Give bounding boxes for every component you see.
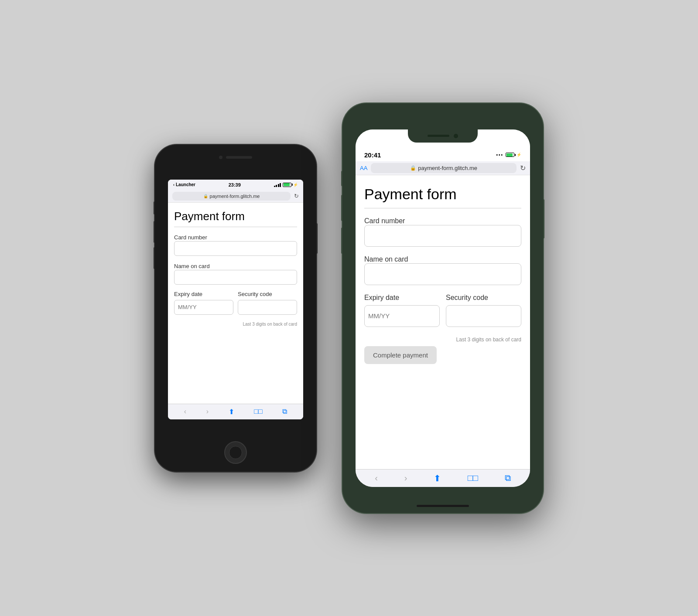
security-col-small: Security code Last 3 digits on back of c… — [238, 291, 297, 327]
volume-up-button-large — [341, 195, 342, 221]
name-input-large[interactable] — [364, 263, 521, 285]
title-divider-small — [174, 227, 297, 227]
tabs-button-small[interactable]: ⧉ — [282, 408, 287, 415]
iphone-small: ‹ Launcher 23:39 ⚡ 🔒 payme — [155, 145, 316, 472]
signal-icon — [274, 183, 281, 187]
name-input-small[interactable] — [174, 270, 297, 285]
url-text-large: payment-form.glitch.me — [418, 165, 477, 171]
back-chevron-icon: ‹ — [173, 183, 174, 187]
signal-bar-3 — [278, 184, 279, 187]
expiry-label-small: Expiry date — [174, 291, 233, 297]
screen-small: ‹ Launcher 23:39 ⚡ 🔒 payme — [168, 180, 303, 419]
camera-area — [219, 156, 252, 159]
security-input-small[interactable] — [238, 300, 297, 315]
url-text-small: payment-form.glitch.me — [210, 194, 260, 199]
power-button-large — [543, 199, 544, 238]
status-right-small: ⚡ — [274, 183, 298, 187]
security-label-large: Security code — [446, 294, 521, 302]
charge-icon-large: ⚡ — [517, 153, 521, 157]
battery-icon-small — [283, 183, 291, 187]
title-divider-large — [364, 208, 521, 208]
card-number-label-small: Card number — [174, 234, 207, 241]
complete-payment-button[interactable]: Complete payment — [364, 346, 437, 364]
security-col-large: Security code Last 3 digits on back of c… — [446, 294, 521, 343]
browser-bar-large: AA 🔒 payment-form.glitch.me ↻ — [356, 161, 530, 175]
home-indicator-large — [417, 505, 469, 507]
url-bar-small[interactable]: 🔒 payment-form.glitch.me — [172, 192, 291, 201]
back-button-large[interactable]: ‹ — [375, 473, 378, 483]
power-button — [316, 223, 318, 254]
iphone-large: 20:41 ••• ⚡ AA 🔒 payment-form.glitch.me … — [342, 103, 543, 513]
web-content-large: Payment form Card number Name on card Ex… — [356, 175, 530, 469]
refresh-button-small[interactable]: ↻ — [294, 193, 299, 199]
page-title-large: Payment form — [364, 186, 521, 203]
expiry-label-large: Expiry date — [364, 294, 440, 302]
bookmarks-button-large[interactable]: □□ — [468, 473, 478, 483]
screen-large: 20:41 ••• ⚡ AA 🔒 payment-form.glitch.me … — [356, 129, 530, 487]
lock-icon-small: 🔒 — [203, 194, 208, 198]
safari-toolbar-large: ‹ › ⬆ □□ ⧉ — [356, 469, 530, 487]
expiry-col-small: Expiry date — [174, 291, 233, 321]
home-button-small[interactable] — [224, 441, 247, 464]
lock-icon-large: 🔒 — [410, 165, 416, 171]
bookmarks-button-small[interactable]: □□ — [254, 408, 262, 415]
share-button-large[interactable]: ⬆ — [434, 473, 441, 483]
name-label-large: Name on card — [364, 255, 408, 263]
signal-dots-icon: ••• — [496, 153, 503, 157]
battery-icon-large — [506, 153, 514, 157]
bottom-row-large: Expiry date Security code Last 3 digits … — [364, 294, 521, 343]
browser-bar-small: 🔒 payment-form.glitch.me ↻ — [168, 190, 303, 203]
charge-icon: ⚡ — [293, 183, 298, 187]
security-input-large[interactable] — [446, 305, 521, 327]
status-app-label: Launcher — [176, 182, 195, 187]
card-number-input-small[interactable] — [174, 241, 297, 256]
notch-speaker — [428, 135, 449, 137]
signal-bar-4 — [280, 183, 281, 187]
refresh-button-large[interactable]: ↻ — [520, 164, 526, 172]
security-label-small: Security code — [238, 291, 297, 297]
mute-button-large — [341, 171, 342, 186]
card-number-label-large: Card number — [364, 217, 405, 225]
safari-toolbar-small: ‹ › ⬆ □□ ⧉ — [168, 404, 303, 419]
volume-down-button — [154, 247, 155, 269]
notch-camera — [454, 134, 458, 138]
volume-up-button — [154, 221, 155, 243]
signal-bar-2 — [276, 185, 277, 187]
name-label-small: Name on card — [174, 263, 210, 269]
card-number-input-large[interactable] — [364, 225, 521, 247]
security-hint-small: Last 3 digits on back of card — [238, 322, 297, 327]
aa-button-large[interactable]: AA — [360, 165, 367, 171]
expiry-col-large: Expiry date — [364, 294, 440, 336]
forward-button-small[interactable]: › — [206, 408, 209, 415]
signal-bar-1 — [274, 186, 275, 187]
notch — [408, 129, 478, 143]
bottom-row-small: Expiry date Security code Last 3 digits … — [174, 291, 297, 327]
forward-button-large[interactable]: › — [404, 473, 407, 483]
security-hint-large: Last 3 digits on back of card — [446, 337, 521, 343]
page-title-small: Payment form — [174, 210, 297, 223]
speaker-bar — [226, 156, 252, 159]
share-button-small[interactable]: ⬆ — [229, 408, 234, 416]
tabs-button-large[interactable]: ⧉ — [505, 473, 511, 483]
volume-down-button-large — [341, 228, 342, 254]
back-button-small[interactable]: ‹ — [184, 408, 186, 415]
status-bar-small: ‹ Launcher 23:39 ⚡ — [168, 180, 303, 190]
mute-button — [154, 201, 155, 214]
status-time-large: 20:41 — [364, 151, 381, 159]
expiry-input-small[interactable] — [174, 300, 233, 315]
web-content-small: Payment form Card number Name on card Ex… — [168, 203, 303, 404]
status-right-large: ••• ⚡ — [496, 153, 521, 157]
status-left: ‹ Launcher — [173, 182, 195, 187]
url-bar-large[interactable]: 🔒 payment-form.glitch.me — [371, 163, 517, 173]
status-time-small: 23:39 — [229, 182, 241, 187]
expiry-input-large[interactable] — [364, 305, 440, 327]
camera-dot — [219, 156, 222, 159]
